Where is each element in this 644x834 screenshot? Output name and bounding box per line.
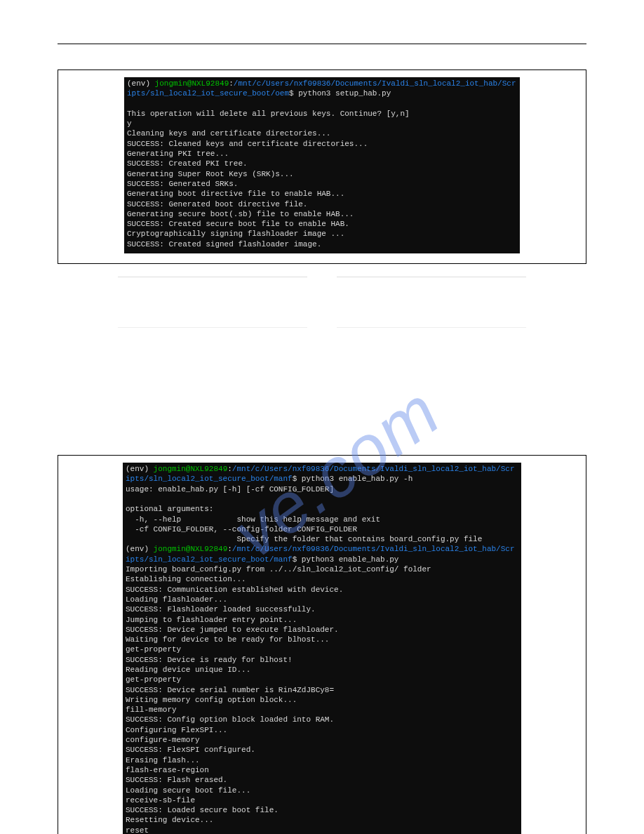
- usage-line: usage: enable_hab.py [-h] [-cf CONFIG_FO…: [126, 485, 334, 494]
- command: python3 enable_hab.py -h: [302, 475, 412, 483]
- faint-separator: [118, 277, 526, 278]
- colon: :: [227, 465, 232, 473]
- userhost: jongmin@NXL92849: [154, 465, 228, 473]
- terminal-enable-hab: (env) jongmin@NXL92849:/mnt/c/Users/nxf0…: [123, 463, 521, 834]
- dollar: $: [289, 89, 298, 98]
- dollar: $: [293, 555, 302, 564]
- colon: :: [227, 545, 232, 553]
- env-prefix: (env): [127, 79, 155, 88]
- command: python3 enable_hab.py: [302, 555, 399, 564]
- terminal-output: This operation will delete all previous …: [127, 110, 410, 249]
- optargs-header: optional arguments:: [126, 505, 213, 513]
- optargs-lines: -h, --help show this help message and ex…: [126, 515, 482, 544]
- userhost: jongmin@NXL92849: [155, 79, 229, 88]
- terminal-setup-hab: (env) jongmin@NXL92849:/mnt/c/Users/nxf0…: [124, 77, 520, 253]
- env-prefix: (env): [126, 545, 154, 553]
- top-rule: [58, 44, 586, 44]
- command: python3 setup_hab.py: [298, 89, 391, 98]
- dollar: $: [293, 475, 302, 483]
- colon: :: [229, 79, 234, 88]
- figure-setup-hab: (env) jongmin@NXL92849:/mnt/c/Users/nxf0…: [58, 70, 586, 264]
- env-prefix: (env): [126, 465, 154, 473]
- terminal-output: Importing board_config.py from ../../sln…: [126, 565, 431, 834]
- userhost: jongmin@NXL92849: [154, 545, 228, 553]
- figure-enable-hab: (env) jongmin@NXL92849:/mnt/c/Users/nxf0…: [58, 455, 586, 834]
